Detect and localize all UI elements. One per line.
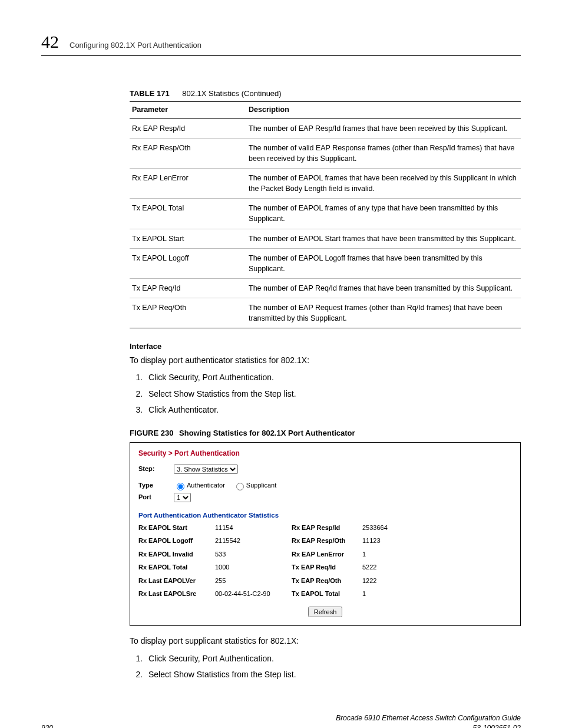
interface-heading: Interface: [130, 341, 521, 352]
steps-list-1: Click Security, Port Authentication. Sel…: [130, 372, 521, 416]
stat-label: Rx Last EAPOLVer: [138, 577, 215, 585]
stat-label: Rx EAPOL Total: [138, 563, 215, 572]
stat-grid: Rx EAPOL Start11154Rx EAP Resp/Id2533664…: [138, 523, 512, 598]
stat-label: Tx EAPOL Total: [292, 589, 362, 598]
step-select[interactable]: 3. Show Statistics: [174, 465, 238, 474]
table-row: Tx EAPOL LogoffThe number of EAPOL Logof…: [130, 248, 521, 278]
stat-label: Rx EAPOL Start: [138, 523, 215, 532]
table-row: Rx EAP Resp/OthThe number of valid EAP R…: [130, 138, 521, 168]
intro-text: To display port authenticator statistics…: [130, 355, 521, 367]
intro-text-2: To display port supplicant statistics fo…: [130, 635, 521, 647]
stat-label: Rx EAP LenError: [292, 550, 362, 559]
page-number: 920: [41, 723, 53, 728]
col-parameter: Parameter: [130, 102, 246, 119]
stat-value: 1222: [362, 577, 421, 585]
figure-box: Security > Port Authentication Step: 3. …: [130, 442, 521, 626]
step-item: Select Show Statistics from the Step lis…: [145, 388, 521, 400]
radio-authenticator-label: Authenticator: [187, 481, 225, 490]
step-item: Select Show Statistics from the Step lis…: [145, 669, 521, 681]
steps-list-2: Click Security, Port Authentication. Sel…: [130, 653, 521, 681]
step-item: Click Authenticator.: [145, 404, 521, 416]
figure-title: Showing Statistics for 802.1X Port Authe…: [179, 429, 355, 437]
table-row: Tx EAPOL StartThe number of EAPOL Start …: [130, 229, 521, 248]
page-footer: 920 Brocade 6910 Ethernet Access Switch …: [41, 713, 521, 728]
stat-value: 1000: [215, 563, 292, 572]
step-label: Step:: [138, 465, 174, 473]
col-description: Description: [246, 102, 521, 119]
doc-title: Brocade 6910 Ethernet Access Switch Conf…: [336, 713, 521, 723]
figure-caption: FIGURE 230 Showing Statistics for 802.1X…: [130, 428, 521, 439]
stat-label: Rx EAPOL Logoff: [138, 536, 215, 545]
radio-supplicant-label: Supplicant: [246, 481, 276, 490]
stat-label: Tx EAP Req/Id: [292, 563, 362, 572]
stat-value: 2115542: [215, 536, 292, 545]
table-row: Rx EAP Resp/IdThe number of EAP Resp/Id …: [130, 118, 521, 138]
port-label: Port: [138, 493, 174, 502]
stat-label: Rx EAPOL Invalid: [138, 550, 215, 559]
step-item: Click Security, Port Authentication.: [145, 653, 521, 665]
stat-value: 533: [215, 550, 292, 559]
table-title: 802.1X Statistics (Continued): [182, 89, 281, 98]
stat-label: Rx Last EAPOLSrc: [138, 589, 215, 598]
stat-value: 2533664: [362, 523, 421, 532]
stat-label: Tx EAP Req/Oth: [292, 577, 362, 585]
stat-label: Rx EAP Resp/Oth: [292, 536, 362, 545]
type-label: Type: [138, 481, 174, 490]
stat-value: 00-02-44-51-C2-90: [215, 589, 292, 598]
table-label: TABLE 171: [130, 89, 170, 98]
table-caption: TABLE 171 802.1X Statistics (Continued): [130, 88, 521, 99]
stat-value: 11154: [215, 523, 292, 532]
stat-value: 1: [362, 589, 421, 598]
chapter-title: Configuring 802.1X Port Authentication: [70, 40, 201, 51]
doc-number: 53-1002651-02: [336, 723, 521, 728]
radio-authenticator[interactable]: [177, 483, 184, 490]
stat-value: 255: [215, 577, 292, 585]
refresh-button[interactable]: Refresh: [308, 607, 343, 617]
step-item: Click Security, Port Authentication.: [145, 372, 521, 384]
stat-label: Rx EAP Resp/Id: [292, 523, 362, 532]
page-header: 42 Configuring 802.1X Port Authenticatio…: [41, 29, 521, 56]
chapter-number: 42: [41, 29, 59, 54]
stat-value: 1: [362, 550, 421, 559]
table-row: Tx EAP Req/IdThe number of EAP Req/Id fr…: [130, 278, 521, 298]
stat-value: 11123: [362, 536, 421, 545]
port-select[interactable]: 1: [174, 493, 191, 502]
table-row: Tx EAPOL TotalThe number of EAPOL frames…: [130, 199, 521, 229]
statistics-table: Parameter Description Rx EAP Resp/IdThe …: [130, 101, 521, 328]
breadcrumb: Security > Port Authentication: [138, 449, 512, 459]
radio-supplicant[interactable]: [236, 483, 244, 490]
table-row: Tx EAP Req/OthThe number of EAP Request …: [130, 298, 521, 328]
figure-label: FIGURE 230: [130, 429, 173, 437]
stats-sub-header: Port Authentication Authenticator Statis…: [138, 510, 512, 520]
stat-value: 5222: [362, 563, 421, 572]
table-row: Rx EAP LenErrorThe number of EAPOL frame…: [130, 169, 521, 199]
